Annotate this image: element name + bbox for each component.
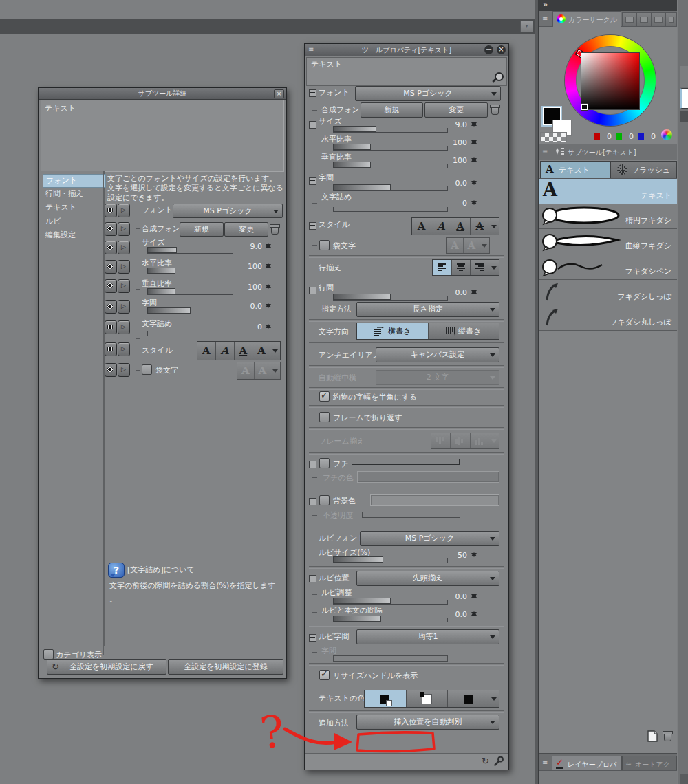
- ruby-gap-spinner[interactable]: [471, 609, 477, 619]
- visibility-eye-button[interactable]: [105, 320, 117, 334]
- expand-button[interactable]: ▷: [118, 204, 130, 217]
- style-italic-button[interactable]: A: [431, 218, 451, 235]
- collapse-toggle[interactable]: [309, 222, 316, 230]
- visibility-eye-button[interactable]: [105, 363, 117, 377]
- tab-color-history-icon[interactable]: [651, 12, 666, 26]
- align-left-button[interactable]: [433, 260, 452, 275]
- method-select[interactable]: 長さ指定: [356, 302, 499, 317]
- tool-row-text[interactable]: A テキスト: [539, 178, 677, 204]
- line-space-spinner[interactable]: [471, 287, 477, 297]
- spin-down-icon[interactable]: [266, 285, 271, 292]
- tsume-slider[interactable]: [147, 329, 233, 336]
- category-item-ruby[interactable]: ルビ: [43, 215, 105, 228]
- ruby-size-slider[interactable]: [333, 556, 448, 563]
- style-bold-button[interactable]: A: [197, 342, 216, 360]
- wrap-checkbox[interactable]: [319, 412, 330, 422]
- trash-icon[interactable]: [270, 224, 280, 235]
- line-space-slider[interactable]: [333, 293, 448, 301]
- toolbar-dropdown-button[interactable]: ▾: [520, 21, 533, 32]
- collapse-toggle[interactable]: [309, 575, 316, 582]
- spin-down-icon[interactable]: [471, 201, 477, 208]
- edge-checkbox[interactable]: [319, 458, 330, 468]
- tool-row-balloon-pen[interactable]: フキダシペン: [539, 254, 677, 280]
- expand-button[interactable]: ▷: [118, 241, 130, 254]
- minimize-button[interactable]: —: [484, 45, 493, 54]
- tab-layer-property[interactable]: ✓ レイヤープロパティ: [552, 756, 622, 772]
- panel-menu-icon[interactable]: ≡: [542, 758, 548, 767]
- ruby-pos-select[interactable]: 先頭揃え: [356, 571, 499, 586]
- style-underline-button[interactable]: A: [235, 342, 253, 360]
- tsume-spinner[interactable]: [471, 197, 477, 208]
- expand-button[interactable]: ▷: [118, 300, 130, 314]
- spin-down-icon[interactable]: [471, 158, 477, 165]
- spacing-spinner[interactable]: [266, 301, 272, 311]
- text-color-main-button[interactable]: [365, 690, 407, 707]
- sv-marker[interactable]: [581, 104, 588, 110]
- outline-checkbox[interactable]: [319, 240, 330, 250]
- tsume-slider[interactable]: [333, 204, 448, 212]
- search-settings-icon[interactable]: [491, 72, 504, 84]
- h-ratio-slider[interactable]: [147, 267, 233, 274]
- text-color-sub-button[interactable]: [407, 690, 449, 707]
- text-color-black-button[interactable]: [448, 690, 489, 707]
- sv-square[interactable]: [581, 52, 640, 110]
- ruby-adjust-spinner[interactable]: [471, 591, 477, 601]
- tool-row-balloon-round-tail[interactable]: フキダシ丸しっぽ: [539, 305, 677, 331]
- tool-list-box[interactable]: テキスト: [41, 100, 284, 172]
- trash-icon[interactable]: [663, 730, 673, 741]
- transparent-swatch[interactable]: [540, 132, 567, 142]
- tool-property-titlebar[interactable]: ≡ ツールプロパティ[テキスト] — ×: [305, 44, 508, 56]
- yakumono-checkbox[interactable]: ✓: [319, 391, 330, 402]
- reset-all-button[interactable]: ↻ 全設定を初期設定に戻す: [47, 659, 166, 675]
- text-color-dropdown-button[interactable]: [489, 690, 499, 707]
- collapse-toggle[interactable]: [309, 461, 316, 468]
- horizontal-writing-button[interactable]: 横書き: [357, 323, 429, 339]
- collapse-toggle[interactable]: [309, 498, 316, 505]
- category-item-linespacing[interactable]: 行間・揃え: [43, 188, 105, 200]
- color-mode-sphere-icon[interactable]: [661, 129, 672, 140]
- ruby-font-select[interactable]: MS Pゴシック: [360, 531, 499, 546]
- register-all-button[interactable]: 全設定を初期設定に登録: [168, 659, 283, 675]
- vertical-writing-button[interactable]: 縦書き: [429, 323, 499, 339]
- tool-name-area[interactable]: テキスト: [306, 57, 507, 86]
- expand-button[interactable]: ▷: [118, 342, 130, 356]
- style-dropdown-button[interactable]: [270, 342, 280, 360]
- category-item-font[interactable]: フォント: [43, 174, 106, 188]
- collapse-toggle[interactable]: [309, 634, 316, 642]
- align-dropdown-button[interactable]: [489, 260, 499, 275]
- visibility-eye-button[interactable]: [105, 204, 117, 217]
- font-select[interactable]: MS Pゴシック: [355, 86, 501, 101]
- wrench-icon[interactable]: [493, 756, 504, 767]
- style-strike-button[interactable]: A: [471, 218, 489, 235]
- tool-row-ellipse-balloon[interactable]: 楕円フキダシ: [539, 204, 677, 229]
- size-slider[interactable]: [147, 246, 233, 254]
- v-ratio-slider[interactable]: [147, 287, 233, 295]
- trash-icon[interactable]: [490, 104, 500, 115]
- visibility-eye-button[interactable]: [105, 300, 117, 314]
- outline-style-button[interactable]: A: [447, 238, 464, 253]
- v-ratio-slider[interactable]: [333, 161, 448, 168]
- expand-button[interactable]: ▷: [118, 279, 130, 293]
- tab-color-mixer-icon[interactable]: [665, 12, 677, 26]
- visibility-eye-button[interactable]: [105, 241, 117, 254]
- outline-checkbox[interactable]: [142, 364, 152, 375]
- category-view-checkbox[interactable]: [43, 649, 54, 660]
- collapse-toggle[interactable]: [309, 89, 316, 97]
- panel-menu-icon[interactable]: ≡: [308, 45, 314, 54]
- align-center-button[interactable]: [452, 260, 471, 275]
- outline-style-button2[interactable]: A: [255, 362, 271, 379]
- new-button[interactable]: 新規: [361, 102, 423, 118]
- new-subtool-icon[interactable]: [647, 730, 658, 742]
- outline-style-button[interactable]: A: [237, 362, 255, 379]
- tsume-spinner[interactable]: [266, 321, 272, 331]
- category-item-edit[interactable]: 編集設定: [43, 229, 105, 241]
- panel-menu-icon[interactable]: ≡: [542, 147, 548, 157]
- style-bold-button[interactable]: A: [412, 218, 431, 235]
- style-underline-button[interactable]: A: [451, 218, 471, 235]
- ruby-gap-slider[interactable]: [333, 615, 448, 622]
- tab-color-slider-icon[interactable]: [622, 12, 637, 26]
- spin-down-icon[interactable]: [471, 122, 477, 129]
- visibility-eye-button[interactable]: [105, 260, 117, 274]
- bg-color-field[interactable]: [370, 494, 499, 506]
- spacing-spinner[interactable]: [471, 177, 477, 188]
